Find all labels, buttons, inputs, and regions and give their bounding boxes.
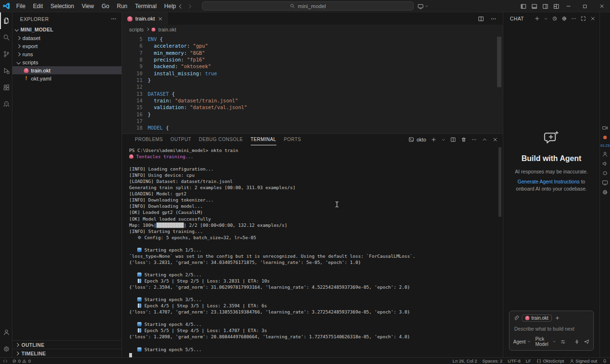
new-chat-dropdown[interactable]	[544, 17, 548, 21]
panel-tab-problems[interactable]: PROBLEMS	[135, 134, 163, 145]
eol-selector[interactable]: LF	[526, 358, 531, 364]
record-ring-icon[interactable]	[602, 170, 608, 176]
split-editor-button[interactable]	[478, 16, 484, 22]
chat-close-button[interactable]	[590, 16, 596, 21]
menu-go[interactable]: Go	[98, 0, 113, 12]
maximize-panel-button[interactable]	[482, 137, 488, 142]
screen-share-toggle[interactable]	[417, 0, 428, 12]
tree-item-okt-yaml[interactable]: !okt.yaml	[12, 74, 122, 82]
cursor-position[interactable]: Ln 26, Col 2	[453, 358, 477, 364]
remote-indicator[interactable]	[3, 359, 8, 364]
panel-tab-output[interactable]: OUTPUT	[171, 134, 192, 145]
terminal-line: PS C:\Users\ademi\mini_model> okto train	[129, 147, 503, 153]
section-outline[interactable]: OUTLINE	[12, 340, 122, 349]
tree-item-runs[interactable]: runs	[12, 50, 122, 58]
agent-mode-dropdown[interactable]: Agent	[513, 339, 531, 344]
voice-input-button[interactable]	[574, 339, 580, 344]
toggle-secondary-sidebar-button[interactable]	[542, 3, 549, 10]
explorer-more-actions[interactable]	[111, 16, 117, 22]
record-dot-icon[interactable]	[602, 134, 608, 141]
code-text: accelerator: "gpu"	[144, 42, 208, 49]
activity-accounts[interactable]	[0, 324, 12, 341]
mouse-cursor-ibeam	[333, 201, 341, 210]
editor-scrollbar[interactable]	[497, 37, 501, 87]
activity-run-and-debug[interactable]	[0, 62, 12, 79]
language-mode[interactable]: {} OktoScript	[536, 358, 564, 364]
terminal-cursor	[129, 353, 132, 357]
menu-terminal[interactable]: Terminal	[131, 0, 160, 12]
toggle-primary-sidebar-button[interactable]	[520, 3, 527, 10]
terminal-line	[129, 160, 503, 166]
account-status[interactable]: Signed out	[569, 358, 597, 364]
explorer-sidebar: EXPLORER MINI_MODELdatasetexportrunsscri…	[12, 12, 122, 357]
breadcrumb-file[interactable]: train.okt	[158, 27, 176, 32]
chat-settings-button[interactable]	[561, 16, 567, 21]
menu-selection[interactable]: Selection	[47, 0, 78, 12]
new-terminal-button[interactable]	[431, 137, 437, 142]
code-editor[interactable]: 5ENV {6 accelerator: "gpu"7 min_memory: …	[122, 34, 503, 133]
go-forward-button[interactable]	[187, 3, 193, 10]
customize-layout-button[interactable]	[553, 3, 559, 10]
participant-icon[interactable]	[602, 151, 608, 157]
panel-tab-debug-console[interactable]: DEBUG CONSOLE	[199, 134, 243, 145]
chat-context-row: train.okt	[513, 314, 590, 322]
command-center-search[interactable]: mini_model	[202, 1, 414, 10]
kill-terminal-button[interactable]	[461, 137, 467, 142]
close-tab-icon[interactable]	[158, 16, 163, 21]
camera-icon[interactable]	[602, 125, 608, 131]
settings-icon[interactable]	[602, 189, 608, 195]
breadcrumb-folder[interactable]: scripts	[129, 27, 143, 32]
screen-share-icon[interactable]	[602, 180, 608, 186]
activity-okto-assistant[interactable]	[0, 96, 12, 112]
speaker-icon[interactable]	[602, 161, 608, 167]
panel-tab-terminal[interactable]: TERMINAL	[251, 134, 276, 145]
tree-item-dataset[interactable]: dataset	[12, 34, 122, 42]
chat-history-button[interactable]	[552, 16, 558, 21]
tab-train-okt[interactable]: train.okt	[122, 12, 168, 25]
menu-file[interactable]: File	[12, 0, 29, 12]
activity-extensions[interactable]	[0, 79, 12, 96]
toggle-panel-button[interactable]	[531, 3, 538, 10]
chat-input-placeholder[interactable]: Describe what to build next	[514, 326, 590, 332]
panel-tab-ports[interactable]: PORTS	[284, 134, 301, 145]
tree-root[interactable]: MINI_MODEL	[12, 25, 122, 34]
attach-context-button[interactable]	[513, 315, 519, 321]
close-window-button[interactable]	[593, 0, 610, 12]
activity-source-control[interactable]	[0, 46, 12, 62]
activity-settings[interactable]	[0, 341, 12, 357]
context-chip[interactable]: train.okt	[522, 314, 552, 322]
terminal-profile-dropdown[interactable]	[441, 138, 446, 142]
maximize-button[interactable]	[577, 0, 593, 12]
terminal-output[interactable]: PS C:\Users\ademi\mini_model> okto train…	[122, 145, 503, 357]
chat-more-actions[interactable]	[571, 16, 577, 21]
tree-item-export[interactable]: export	[12, 42, 122, 50]
chat-maximize-button[interactable]	[580, 16, 586, 21]
terminal-scrollbar[interactable]	[498, 147, 501, 217]
tree-item-train-okt[interactable]: train.okt	[12, 66, 122, 74]
go-back-button[interactable]	[177, 3, 183, 10]
chat-input-box[interactable]: train.okt Describe what to build next Ag…	[509, 311, 594, 351]
minimize-button[interactable]	[560, 0, 577, 12]
editor-more-actions[interactable]	[490, 16, 497, 22]
notifications-bell[interactable]	[602, 359, 607, 364]
new-chat-button[interactable]	[534, 16, 540, 21]
tree-item-scripts[interactable]: scripts	[12, 58, 122, 66]
menu-view[interactable]: View	[78, 0, 98, 12]
send-button[interactable]	[584, 339, 590, 344]
menu-run[interactable]: Run	[113, 0, 131, 12]
tools-button[interactable]	[560, 339, 566, 344]
terminal-instance[interactable]: okto	[408, 137, 426, 142]
activity-search[interactable]	[0, 29, 12, 46]
model-picker-dropdown[interactable]: Pick Model	[535, 336, 556, 347]
activity-explorer[interactable]	[0, 12, 12, 29]
encoding[interactable]: UTF-8	[508, 358, 520, 364]
split-terminal-button[interactable]	[450, 137, 456, 142]
problems-indicator[interactable]: 0 0	[12, 358, 31, 364]
generate-instructions-link[interactable]: Generate Agent Instructions	[518, 179, 580, 184]
close-panel-button[interactable]	[492, 137, 498, 142]
panel-more-actions[interactable]	[471, 137, 477, 142]
add-context-button[interactable]	[555, 315, 560, 321]
indentation[interactable]: Spaces: 2	[482, 358, 502, 364]
section-timeline[interactable]: TIMELINE	[12, 349, 122, 357]
menu-edit[interactable]: Edit	[29, 0, 47, 12]
